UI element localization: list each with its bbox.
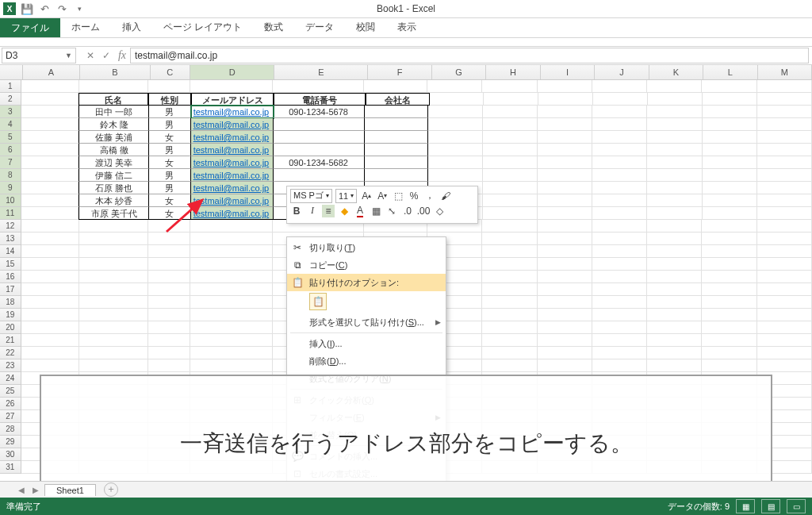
cell[interactable] [21,359,79,372]
fill-color-icon[interactable]: ◆ [338,205,350,217]
cell[interactable] [274,169,365,182]
cell[interactable] [757,271,812,283]
cell[interactable] [647,283,702,296]
increase-decimal-icon[interactable]: .00 [417,205,430,217]
cell[interactable] [148,334,190,347]
cell[interactable] [21,334,79,347]
cell[interactable] [757,93,812,106]
sheet-nav-next-icon[interactable]: ▶ [33,486,39,494]
cell[interactable] [190,359,273,372]
cell[interactable] [538,347,592,359]
percent-icon[interactable]: % [408,190,420,202]
cell[interactable] [148,233,190,245]
row-header[interactable]: 1 [0,80,21,93]
cell[interactable] [21,194,79,207]
cell[interactable] [79,271,149,283]
cell[interactable] [190,245,273,258]
row-header[interactable]: 7 [0,156,21,169]
cell[interactable] [428,169,483,182]
cell[interactable] [365,169,428,182]
cell[interactable] [538,106,592,118]
cell[interactable]: 鈴木 隆 [79,118,148,131]
qat-customize-icon[interactable]: ▾ [73,2,86,15]
font-color-icon[interactable]: A [354,205,366,217]
cell[interactable]: testmail@mail.co.jp [191,131,274,144]
cell[interactable] [592,194,647,207]
cell[interactable] [365,118,428,131]
cell[interactable] [483,194,538,207]
sheet-nav-prev-icon[interactable]: ◀ [18,486,25,494]
cell[interactable] [538,309,592,321]
cell[interactable] [483,169,538,182]
cell[interactable] [482,321,537,334]
cell[interactable] [702,80,756,93]
cell[interactable] [365,156,428,169]
cell[interactable] [482,283,537,296]
cell[interactable] [538,334,592,347]
grow-font-icon[interactable]: A▴ [360,190,373,202]
cell[interactable] [190,233,273,245]
cell[interactable] [592,156,647,169]
cell[interactable] [647,156,702,169]
cell[interactable] [647,144,702,156]
cell[interactable] [148,347,190,359]
cell[interactable] [483,131,538,144]
cell[interactable]: 石原 勝也 [79,182,148,194]
cell[interactable] [703,207,757,220]
cell[interactable] [79,233,149,245]
cell[interactable]: testmail@mail.co.jp [191,118,274,131]
cell[interactable] [757,169,812,182]
row-header[interactable]: 28 [0,423,21,436]
cell[interactable] [148,258,190,271]
cell[interactable] [538,169,592,182]
cell[interactable] [484,93,538,106]
name-box[interactable]: D3 ▼ [2,48,76,63]
cell[interactable] [21,271,79,283]
cell[interactable]: 田中 一郎 [79,106,148,118]
row-header[interactable]: 18 [0,296,21,309]
cell[interactable] [79,283,149,296]
cell[interactable] [482,258,537,271]
cell[interactable]: testmail@mail.co.jp [191,156,274,169]
col-header-G[interactable]: G [432,65,486,79]
tab-home[interactable]: ホーム [60,17,111,37]
col-header-C[interactable]: C [151,65,191,79]
row-header[interactable]: 2 [0,93,21,106]
ctx-copy[interactable]: ⧉ コピー(C) [287,256,446,274]
clear-format-icon[interactable]: ◇ [433,205,446,217]
row-header[interactable]: 27 [0,410,21,423]
cell[interactable] [702,283,756,296]
cell[interactable] [647,194,702,207]
cell[interactable] [427,80,482,93]
cell[interactable] [592,207,647,220]
cell[interactable] [702,220,756,233]
cell[interactable] [592,309,647,321]
cell[interactable] [148,309,190,321]
cell[interactable] [273,80,364,93]
cell[interactable] [190,334,273,347]
cell[interactable] [702,271,756,283]
cell[interactable] [428,156,483,169]
row-header[interactable]: 19 [0,309,21,321]
qat-redo-icon[interactable]: ↷ [56,2,68,15]
cell[interactable]: 伊藤 信二 [79,169,148,182]
col-header-F[interactable]: F [368,65,431,79]
cell[interactable] [21,169,79,182]
cell[interactable] [538,233,592,245]
row-header[interactable]: 6 [0,144,21,156]
cell[interactable] [592,169,647,182]
cell[interactable] [79,245,149,258]
cell[interactable]: 090-1234-5682 [274,156,365,169]
cell[interactable] [702,296,756,309]
cell[interactable]: 佐藤 美浦 [79,131,148,144]
row-header[interactable]: 22 [0,347,21,359]
cell[interactable] [538,131,592,144]
cell[interactable] [703,131,757,144]
cell[interactable] [757,80,812,93]
cell[interactable] [647,245,702,258]
cell[interactable]: 女 [149,156,191,169]
cell[interactable] [538,207,592,220]
cell[interactable] [592,347,647,359]
cell[interactable]: testmail@mail.co.jp [191,182,274,194]
cell[interactable] [592,220,647,233]
